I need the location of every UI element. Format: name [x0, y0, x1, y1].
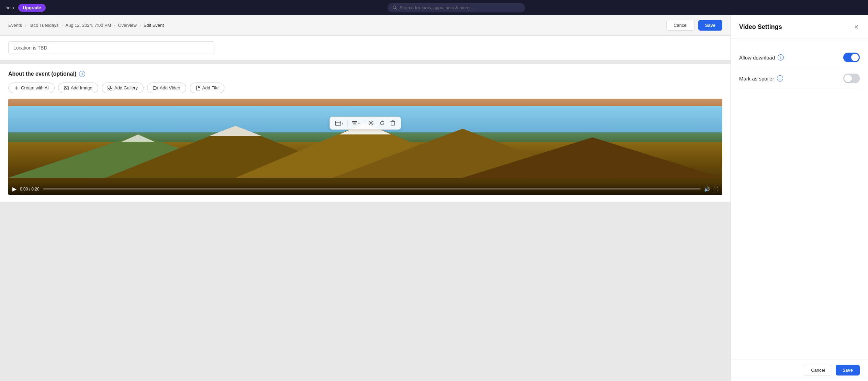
- time-display: 0:00 / 0:20: [20, 187, 40, 192]
- video-floating-toolbar: ▾ ▾: [330, 117, 401, 130]
- align-icon: [352, 121, 357, 126]
- image-icon: [64, 86, 69, 90]
- mark-as-spoiler-toggle[interactable]: [843, 74, 860, 83]
- progress-bar[interactable]: [43, 188, 701, 189]
- svg-rect-4: [108, 86, 110, 88]
- add-gallery-button[interactable]: Add Gallery: [102, 83, 144, 93]
- align-button[interactable]: ▾: [350, 119, 362, 127]
- settings-cancel-button[interactable]: Cancel: [804, 365, 832, 375]
- rotate-icon: [379, 120, 385, 126]
- volume-button[interactable]: 🔊: [704, 186, 710, 192]
- layout-button[interactable]: ▾: [333, 119, 345, 127]
- breadcrumb-events[interactable]: Events: [8, 23, 22, 28]
- add-image-button[interactable]: Add Image: [58, 83, 98, 93]
- header-save-button[interactable]: Save: [698, 20, 722, 31]
- sparkle-icon: [14, 86, 19, 90]
- main-content: Events › Taco Tuesdays › Aug 12, 2024, 7…: [0, 15, 868, 381]
- fullscreen-button[interactable]: ⛶: [713, 186, 718, 192]
- svg-line-1: [396, 8, 397, 9]
- trash-icon: [390, 120, 395, 126]
- video-controls: ▶ 0:00 / 0:20 🔊 ⛶: [8, 183, 722, 195]
- add-video-button[interactable]: Add Video: [147, 83, 186, 93]
- svg-rect-6: [108, 88, 109, 90]
- upgrade-button[interactable]: Upgrade: [18, 4, 46, 12]
- settings-footer: Cancel Save: [731, 359, 868, 381]
- layout-chevron: ▾: [342, 121, 343, 125]
- svg-rect-11: [352, 121, 357, 122]
- settings-header: Video Settings ×: [731, 15, 868, 39]
- search-input[interactable]: [400, 5, 520, 10]
- top-nav: help Upgrade: [0, 0, 868, 15]
- settings-title: Video Settings: [739, 23, 782, 31]
- settings-gear-icon: [368, 120, 374, 126]
- header-cancel-button[interactable]: Cancel: [666, 20, 694, 31]
- breadcrumb-sep-2: ›: [61, 23, 63, 28]
- video-icon: [153, 86, 158, 90]
- add-file-button[interactable]: Add File: [190, 83, 225, 93]
- play-button[interactable]: ▶: [12, 186, 16, 192]
- breadcrumb-sep-1: ›: [25, 23, 26, 28]
- settings-close-button[interactable]: ×: [853, 22, 860, 32]
- allow-download-toggle[interactable]: [843, 53, 860, 62]
- breadcrumb-sep-3: ›: [114, 23, 115, 28]
- rotate-button[interactable]: [377, 119, 387, 127]
- layout-icon: [335, 121, 341, 126]
- svg-rect-8: [153, 86, 156, 89]
- spoiler-thumb: [844, 75, 852, 82]
- svg-rect-9: [336, 121, 341, 126]
- search-icon: [392, 5, 397, 10]
- about-header: About the event (optional) i: [8, 71, 722, 77]
- editor-area: Events › Taco Tuesdays › Aug 12, 2024, 7…: [0, 15, 731, 381]
- settings-button[interactable]: [366, 119, 376, 127]
- gallery-icon: [108, 86, 112, 90]
- breadcrumb-date[interactable]: Aug 12, 2024, 7:00 PM: [65, 23, 111, 28]
- breadcrumb-sep-4: ›: [140, 23, 141, 28]
- breadcrumb-overview[interactable]: Overview: [118, 23, 136, 28]
- svg-rect-5: [111, 86, 112, 88]
- location-input[interactable]: [8, 41, 214, 54]
- breadcrumb-current: Edit Event: [144, 23, 164, 28]
- about-title: About the event (optional): [8, 71, 76, 77]
- allow-download-label: Allow download i: [739, 54, 784, 61]
- allow-download-info-icon[interactable]: i: [778, 54, 784, 61]
- video-settings-panel: Video Settings × Allow download i Mark: [731, 15, 868, 381]
- content-toolbar: Create with AI Add Image: [8, 83, 722, 93]
- cancel-save-bar: Cancel Save: [666, 20, 722, 31]
- location-section: [0, 36, 731, 60]
- spoiler-info-icon[interactable]: i: [777, 75, 783, 81]
- svg-point-13: [370, 122, 372, 124]
- allow-download-thumb: [851, 54, 859, 61]
- svg-marker-21: [122, 134, 154, 142]
- nav-help-link[interactable]: help: [5, 5, 14, 10]
- video-preview: ▶ 0:00 / 0:20 🔊 ⛶: [8, 99, 722, 195]
- about-section: About the event (optional) i Create with…: [0, 64, 731, 202]
- sep-1: [347, 120, 348, 126]
- mark-as-spoiler-label: Mark as spoiler i: [739, 75, 783, 81]
- breadcrumb: Events › Taco Tuesdays › Aug 12, 2024, 7…: [0, 15, 731, 36]
- file-icon: [196, 86, 200, 90]
- allow-download-row: Allow download i: [739, 47, 860, 68]
- video-container: ▾ ▾: [8, 99, 722, 195]
- sep-2: [364, 120, 364, 126]
- breadcrumb-taco[interactable]: Taco Tuesdays: [29, 23, 59, 28]
- align-chevron: ▾: [358, 121, 360, 125]
- svg-rect-12: [353, 123, 356, 124]
- about-info-icon[interactable]: i: [79, 71, 85, 77]
- delete-button[interactable]: [388, 119, 397, 127]
- svg-marker-19: [210, 126, 261, 136]
- search-bar: [388, 3, 525, 12]
- create-ai-button[interactable]: Create with AI: [8, 83, 55, 93]
- mark-as-spoiler-row: Mark as spoiler i: [739, 68, 860, 89]
- settings-save-button[interactable]: Save: [836, 365, 860, 375]
- settings-body: Allow download i Mark as spoiler i: [731, 39, 868, 359]
- svg-rect-7: [110, 88, 112, 90]
